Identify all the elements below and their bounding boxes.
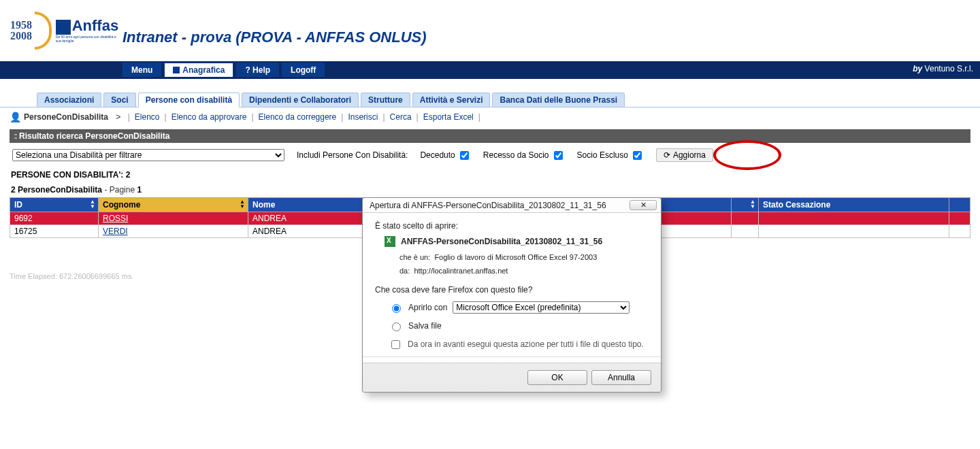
document-icon — [173, 67, 180, 73]
checkbox-escluso[interactable] — [633, 151, 642, 160]
cell-cognome-link[interactable]: VERDI — [103, 227, 128, 236]
logo-brand: Anffas — [56, 17, 118, 34]
download-dialog: Apertura di ANFFAS-PersoneConDisabilita_… — [362, 197, 662, 294]
person-icon: 👤 — [10, 112, 21, 122]
tab-soci[interactable]: Soci — [103, 93, 135, 107]
cell-id: 9692 — [10, 212, 99, 225]
section-tabs: Associazioni Soci Persone con disabilità… — [0, 79, 980, 107]
tab-persone-con-disabilita[interactable]: Persone con disabilità — [138, 93, 240, 107]
logo-year-top: 1958 — [10, 20, 32, 31]
checkbox-deceduto-label: Deceduto — [420, 149, 470, 162]
checkbox-deceduto[interactable] — [460, 151, 469, 160]
cell-nome: ANDREA — [248, 212, 364, 225]
subnav-cerca[interactable]: Cerca — [390, 112, 412, 122]
cell-id: 16725 — [10, 225, 99, 238]
subnav-elenco-correggere[interactable]: Elenco da correggere — [259, 112, 337, 122]
checkbox-recesso[interactable] — [554, 151, 563, 160]
panel-title-text: Risultato ricerca PersoneConDisabilita — [19, 131, 169, 141]
tab-attivita[interactable]: Attività e Servizi — [412, 93, 491, 107]
refresh-icon: ⟳ — [664, 150, 670, 160]
grip-icon: :: — [14, 131, 16, 141]
th-id[interactable]: ID▲▼ — [10, 198, 99, 212]
tab-dipendenti[interactable]: Dipendenti e Collaboratori — [242, 93, 359, 107]
th-nome[interactable]: Nome — [248, 198, 364, 212]
dialog-question: Che cosa deve fare Firefox con questo fi… — [375, 285, 649, 294]
nav-help[interactable]: ? Help — [236, 63, 279, 77]
subnav-elenco-approvare[interactable]: Elenco da approvare — [172, 112, 247, 122]
logo-arc-icon — [35, 12, 52, 50]
page-title: Intranet - prova (PROVA - ANFFAS ONLUS) — [122, 29, 427, 46]
close-icon: ✕ — [640, 201, 647, 209]
logo-tagline: Da 50 anni ogni persona con disabilità e… — [56, 35, 119, 43]
credit: by Ventuno S.r.l. — [913, 64, 973, 73]
excel-icon — [385, 236, 395, 247]
th-blank3[interactable] — [949, 198, 970, 212]
dialog-title: Apertura di ANFFAS-PersoneConDisabilita_… — [370, 201, 606, 210]
nav-logoff[interactable]: Logoff — [282, 63, 325, 77]
dialog-filename: ANFFAS-PersoneConDisabilita_20130802_11_… — [401, 237, 602, 246]
subnav-inserisci[interactable]: Inserisci — [348, 112, 378, 122]
tab-associazioni[interactable]: Associazioni — [37, 93, 101, 107]
checkbox-recesso-label: Recesso da Socio — [483, 149, 565, 162]
highlight-ring-icon — [713, 140, 781, 170]
main-nav: Menu Anagrafica ? Help Logoff by Ventuno… — [0, 61, 980, 79]
breadcrumb: 👤 PersoneConDisabilita > | Elenco| Elenc… — [0, 107, 980, 127]
checkbox-escluso-label: Socio Escluso — [577, 149, 644, 162]
disability-filter-select[interactable]: Seleziona una Disabilità per filtrare — [12, 149, 284, 161]
th-blank2[interactable]: ▲▼ — [732, 198, 759, 212]
logo-year-bottom: 2008 — [10, 31, 32, 41]
nav-menu[interactable]: Menu — [122, 63, 161, 77]
include-label: Includi Persone Con Disabilità: — [297, 150, 408, 160]
dialog-intro: È stato scelto di aprire: — [375, 221, 649, 231]
subnav-esporta-excel[interactable]: Esporta Excel — [423, 112, 474, 122]
logo: 1958 2008 Anffas Da 50 anni ogni persona… — [10, 7, 119, 54]
banner: 1958 2008 Anffas Da 50 anni ogni persona… — [0, 0, 980, 61]
aggiorna-button[interactable]: ⟳ Aggiorna — [656, 148, 713, 162]
th-stato[interactable]: Stato Cessazione — [759, 198, 949, 212]
breadcrumb-title: PersoneConDisabilita — [24, 112, 108, 122]
tab-banca-dati[interactable]: Banca Dati delle Buone Prassi — [492, 93, 625, 107]
nav-anagrafica[interactable]: Anagrafica — [164, 63, 233, 77]
subnav-elenco[interactable]: Elenco — [135, 112, 160, 122]
dialog-meta: che è un: Foglio di lavoro di Microsoft … — [375, 251, 649, 278]
results-count: PERSONE CON DISABILITA': 2 — [10, 167, 970, 182]
th-cognome[interactable]: Cognome▲▼ — [99, 198, 248, 212]
panel-title-bar: :: Risultato ricerca PersoneConDisabilit… — [10, 129, 970, 143]
tab-strutture[interactable]: Strutture — [361, 93, 410, 107]
cell-nome: ANDREA — [248, 225, 364, 238]
pager: 2 PersoneConDisabilita - Pagine 1 — [10, 182, 970, 197]
cell-cognome-link[interactable]: ROSSI — [103, 214, 128, 223]
dialog-close-button[interactable]: ✕ — [630, 200, 657, 210]
